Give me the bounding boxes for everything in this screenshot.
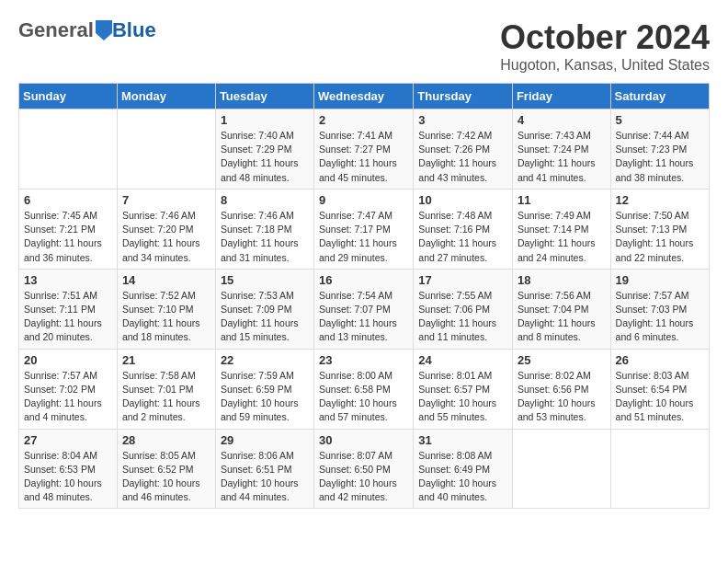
day-info: Sunrise: 7:59 AMSunset: 6:59 PMDaylight:…	[221, 369, 309, 425]
day-info: Sunrise: 8:02 AMSunset: 6:56 PMDaylight:…	[518, 369, 606, 425]
calendar-cell: 24Sunrise: 8:01 AMSunset: 6:57 PMDayligh…	[414, 349, 513, 429]
day-info: Sunrise: 7:51 AMSunset: 7:11 PMDaylight:…	[24, 289, 112, 345]
day-info: Sunrise: 8:06 AMSunset: 6:51 PMDaylight:…	[221, 449, 309, 505]
day-info: Sunrise: 7:57 AMSunset: 7:02 PMDaylight:…	[24, 369, 112, 425]
calendar-cell: 12Sunrise: 7:50 AMSunset: 7:13 PMDayligh…	[610, 189, 709, 269]
day-info: Sunrise: 8:08 AMSunset: 6:49 PMDaylight:…	[418, 449, 507, 505]
calendar-cell: 25Sunrise: 8:02 AMSunset: 6:56 PMDayligh…	[512, 349, 610, 429]
svg-marker-0	[96, 20, 112, 40]
day-number: 21	[122, 353, 210, 367]
calendar-week-row: 6Sunrise: 7:45 AMSunset: 7:21 PMDaylight…	[19, 189, 710, 269]
calendar-cell: 11Sunrise: 7:49 AMSunset: 7:14 PMDayligh…	[512, 189, 610, 269]
day-info: Sunrise: 7:50 AMSunset: 7:13 PMDaylight:…	[616, 209, 704, 265]
day-info: Sunrise: 7:54 AMSunset: 7:07 PMDaylight:…	[319, 289, 408, 345]
day-info: Sunrise: 7:57 AMSunset: 7:03 PMDaylight:…	[616, 289, 704, 345]
day-number: 22	[221, 353, 309, 367]
day-number: 13	[24, 273, 112, 287]
calendar-cell	[610, 429, 709, 509]
day-number: 20	[24, 353, 112, 367]
calendar-cell: 18Sunrise: 7:56 AMSunset: 7:04 PMDayligh…	[512, 269, 610, 349]
calendar-cell: 17Sunrise: 7:55 AMSunset: 7:06 PMDayligh…	[414, 269, 513, 349]
calendar-cell: 20Sunrise: 7:57 AMSunset: 7:02 PMDayligh…	[19, 349, 118, 429]
title-block: October 2024 Hugoton, Kansas, United Sta…	[500, 18, 710, 74]
calendar-cell: 15Sunrise: 7:53 AMSunset: 7:09 PMDayligh…	[215, 269, 313, 349]
header-saturday: Saturday	[610, 84, 709, 109]
day-number: 29	[221, 433, 309, 447]
calendar-cell: 3Sunrise: 7:42 AMSunset: 7:26 PMDaylight…	[414, 109, 513, 190]
day-info: Sunrise: 7:45 AMSunset: 7:21 PMDaylight:…	[24, 209, 112, 265]
day-number: 31	[418, 433, 507, 447]
logo: General Blue	[18, 18, 156, 42]
calendar-week-row: 13Sunrise: 7:51 AMSunset: 7:11 PMDayligh…	[19, 269, 710, 349]
day-number: 27	[24, 433, 112, 447]
logo-general-text: General	[18, 18, 94, 42]
day-number: 14	[122, 273, 210, 287]
day-info: Sunrise: 7:55 AMSunset: 7:06 PMDaylight:…	[418, 289, 507, 345]
calendar-table: SundayMondayTuesdayWednesdayThursdayFrid…	[18, 83, 710, 509]
day-info: Sunrise: 7:42 AMSunset: 7:26 PMDaylight:…	[418, 129, 507, 185]
calendar-cell: 5Sunrise: 7:44 AMSunset: 7:23 PMDaylight…	[610, 109, 709, 190]
calendar-cell: 29Sunrise: 8:06 AMSunset: 6:51 PMDayligh…	[215, 429, 313, 509]
day-info: Sunrise: 8:00 AMSunset: 6:58 PMDaylight:…	[319, 369, 408, 425]
header-sunday: Sunday	[19, 84, 118, 109]
day-number: 15	[221, 273, 309, 287]
calendar-header-row: SundayMondayTuesdayWednesdayThursdayFrid…	[19, 84, 710, 109]
day-number: 26	[616, 353, 704, 367]
calendar-cell: 22Sunrise: 7:59 AMSunset: 6:59 PMDayligh…	[215, 349, 313, 429]
location-text: Hugoton, Kansas, United States	[500, 57, 710, 74]
day-number: 12	[616, 193, 704, 207]
day-info: Sunrise: 7:48 AMSunset: 7:16 PMDaylight:…	[418, 209, 507, 265]
day-info: Sunrise: 7:56 AMSunset: 7:04 PMDaylight:…	[518, 289, 606, 345]
day-number: 9	[319, 193, 408, 207]
day-number: 28	[122, 433, 210, 447]
day-number: 8	[221, 193, 309, 207]
header-thursday: Thursday	[414, 84, 513, 109]
calendar-cell: 13Sunrise: 7:51 AMSunset: 7:11 PMDayligh…	[19, 269, 118, 349]
calendar-cell: 19Sunrise: 7:57 AMSunset: 7:03 PMDayligh…	[610, 269, 709, 349]
header-monday: Monday	[117, 84, 215, 109]
day-number: 3	[418, 113, 507, 127]
calendar-cell	[19, 109, 118, 190]
day-number: 17	[418, 273, 507, 287]
day-info: Sunrise: 7:49 AMSunset: 7:14 PMDaylight:…	[518, 209, 606, 265]
day-number: 23	[319, 353, 408, 367]
calendar-cell: 1Sunrise: 7:40 AMSunset: 7:29 PMDaylight…	[215, 109, 313, 190]
calendar-week-row: 1Sunrise: 7:40 AMSunset: 7:29 PMDaylight…	[19, 109, 710, 190]
day-info: Sunrise: 8:01 AMSunset: 6:57 PMDaylight:…	[418, 369, 507, 425]
calendar-cell: 31Sunrise: 8:08 AMSunset: 6:49 PMDayligh…	[414, 429, 513, 509]
day-info: Sunrise: 8:03 AMSunset: 6:54 PMDaylight:…	[616, 369, 704, 425]
day-number: 4	[518, 113, 606, 127]
calendar-cell: 16Sunrise: 7:54 AMSunset: 7:07 PMDayligh…	[314, 269, 414, 349]
day-number: 11	[518, 193, 606, 207]
header-wednesday: Wednesday	[314, 84, 414, 109]
day-info: Sunrise: 7:52 AMSunset: 7:10 PMDaylight:…	[122, 289, 210, 345]
calendar-cell: 9Sunrise: 7:47 AMSunset: 7:17 PMDaylight…	[314, 189, 414, 269]
calendar-cell: 30Sunrise: 8:07 AMSunset: 6:50 PMDayligh…	[314, 429, 414, 509]
day-number: 24	[418, 353, 507, 367]
day-info: Sunrise: 7:40 AMSunset: 7:29 PMDaylight:…	[221, 129, 309, 185]
page-header: General Blue October 2024 Hugoton, Kansa…	[18, 18, 710, 74]
day-number: 2	[319, 113, 408, 127]
logo-blue-text: Blue	[112, 18, 156, 42]
calendar-cell: 2Sunrise: 7:41 AMSunset: 7:27 PMDaylight…	[314, 109, 414, 190]
calendar-cell: 28Sunrise: 8:05 AMSunset: 6:52 PMDayligh…	[117, 429, 215, 509]
day-info: Sunrise: 7:43 AMSunset: 7:24 PMDaylight:…	[518, 129, 606, 185]
calendar-week-row: 20Sunrise: 7:57 AMSunset: 7:02 PMDayligh…	[19, 349, 710, 429]
day-info: Sunrise: 7:53 AMSunset: 7:09 PMDaylight:…	[221, 289, 309, 345]
day-info: Sunrise: 7:47 AMSunset: 7:17 PMDaylight:…	[319, 209, 408, 265]
calendar-cell	[512, 429, 610, 509]
day-info: Sunrise: 7:46 AMSunset: 7:18 PMDaylight:…	[221, 209, 309, 265]
calendar-cell: 26Sunrise: 8:03 AMSunset: 6:54 PMDayligh…	[610, 349, 709, 429]
calendar-week-row: 27Sunrise: 8:04 AMSunset: 6:53 PMDayligh…	[19, 429, 710, 509]
calendar-cell: 6Sunrise: 7:45 AMSunset: 7:21 PMDaylight…	[19, 189, 118, 269]
day-number: 16	[319, 273, 408, 287]
day-info: Sunrise: 8:04 AMSunset: 6:53 PMDaylight:…	[24, 449, 112, 505]
day-info: Sunrise: 7:58 AMSunset: 7:01 PMDaylight:…	[122, 369, 210, 425]
day-number: 7	[122, 193, 210, 207]
day-number: 1	[221, 113, 309, 127]
calendar-cell: 21Sunrise: 7:58 AMSunset: 7:01 PMDayligh…	[117, 349, 215, 429]
calendar-cell: 14Sunrise: 7:52 AMSunset: 7:10 PMDayligh…	[117, 269, 215, 349]
month-title: October 2024	[500, 18, 710, 57]
header-friday: Friday	[512, 84, 610, 109]
day-number: 6	[24, 193, 112, 207]
